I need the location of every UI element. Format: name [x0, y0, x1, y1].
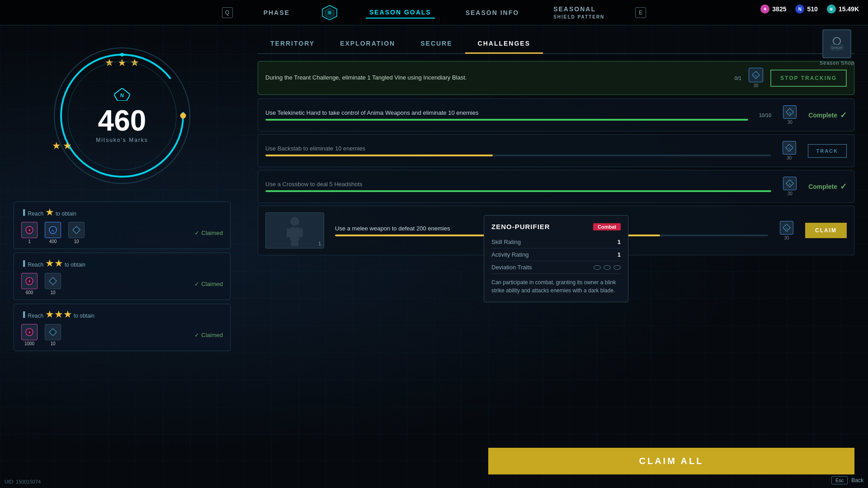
- complete-button-2[interactable]: Complete ✓: [808, 182, 847, 192]
- nav-seasonal[interactable]: SEASONAL SHIELD PATTERN: [550, 4, 608, 22]
- reward-item-7: 10: [45, 324, 61, 346]
- reward-item-5: 10: [45, 273, 61, 295]
- challenge-reward-icon-3: N: [783, 177, 797, 190]
- svg-text:N: N: [789, 183, 791, 186]
- pink-currency-icon: ✦: [760, 5, 769, 14]
- complete-label-2: Complete: [808, 183, 837, 190]
- track-button-1[interactable]: TRACK: [808, 144, 847, 158]
- milestone-rewards-3: ✦ 1000 10 ✓ Claimed: [21, 324, 223, 346]
- challenge-reward-1: N 30: [778, 105, 801, 125]
- reward-count-1: 1: [28, 239, 31, 244]
- svg-point-3: [833, 38, 840, 45]
- nav-phase[interactable]: PHASE: [260, 7, 293, 18]
- challenge-reward-icon-1: N: [783, 105, 797, 119]
- tooltip-header: ZENO-PURIFIER Combat: [491, 223, 621, 230]
- svg-text:N: N: [785, 227, 788, 230]
- stop-tracking-button[interactable]: STOP TRACKING: [770, 70, 847, 87]
- tab-territory[interactable]: TERRITORY: [258, 34, 327, 54]
- right-panel: TERRITORY EXPLORATION SECURE CHALLENGES …: [244, 25, 868, 488]
- challenge-reward-num-4: 30: [784, 235, 789, 240]
- milestone-header-2: ▐ Reach ★★ to obtain: [21, 258, 223, 269]
- svg-text:N: N: [755, 74, 757, 78]
- tracking-reward: N 30: [749, 68, 763, 88]
- phase-key[interactable]: Q: [222, 7, 233, 18]
- currency-bar: ✦ 3825 N 510 ⊞ 15.49K: [760, 5, 859, 14]
- svg-rect-36: [291, 241, 295, 246]
- skill-rating-value: 1: [618, 239, 621, 245]
- milestone-row-3: ▐ Reach ★★★ to obtain ✦ 1000 10 ✓: [14, 304, 231, 351]
- tab-secure[interactable]: SECURE: [408, 34, 465, 54]
- tracking-reward-count: 30: [754, 83, 759, 88]
- season-shop-label: Season Shop: [820, 60, 854, 66]
- svg-rect-33: [290, 227, 299, 241]
- left-panel: ★ ★ ★ ★ ★ N: [0, 25, 244, 488]
- challenge-title-3: Use a Crossbow to deal 5 Headshots: [265, 181, 771, 188]
- challenge-fill-1: [265, 119, 748, 121]
- challenge-fill-2: [265, 155, 493, 156]
- challenge-image-counter: 1: [318, 241, 321, 246]
- tooltip-popup: ZENO-PURIFIER Combat Skill Rating 1 Acti…: [484, 215, 628, 302]
- skill-rating-label: Skill Rating: [491, 239, 521, 245]
- reward-icon-pink-1: ✦: [21, 222, 38, 238]
- challenge-reward-num-3: 30: [788, 191, 793, 196]
- challenge-reward-num-1: 30: [788, 120, 793, 125]
- e-key[interactable]: E: [635, 7, 646, 18]
- tooltip-skill-rating: Skill Rating 1: [491, 236, 621, 249]
- esc-key[interactable]: Esc: [831, 476, 848, 484]
- pink-currency-amount: 3825: [772, 5, 786, 13]
- milestone-header-1: ▐ Reach ★ to obtain: [21, 206, 223, 218]
- reward-item-6: ✦ 1000: [21, 324, 38, 346]
- svg-marker-20: [49, 277, 57, 285]
- challenge-info-3: Use a Crossbow to deal 5 Headshots: [265, 181, 771, 192]
- claimed-badge-3: ✓ Claimed: [194, 332, 223, 338]
- reward-icon-shards-3: [45, 324, 61, 340]
- nav-season-info[interactable]: SEASON INFO: [462, 7, 523, 18]
- challenge-reward-icon-4: N: [780, 221, 793, 235]
- reward-icon-blue-1: N: [45, 222, 61, 238]
- reward-count-6: 1000: [24, 341, 34, 346]
- trait-eye-1: [594, 265, 601, 270]
- season-shop-button[interactable]: SHOP Season Shop: [820, 29, 854, 66]
- milestone-row-1: ▐ Reach ★ to obtain ✦ 1 N 400: [14, 202, 231, 249]
- claimed-badge-2: ✓ Claimed: [194, 281, 223, 287]
- svg-text:N: N: [788, 147, 790, 150]
- milestone-rewards-2: ✦ 600 10 ✓ Claimed: [21, 273, 223, 295]
- logo-mark: N: [114, 88, 130, 103]
- activity-rating-value: 1: [618, 251, 621, 258]
- challenge-row-3: Use a Crossbow to deal 5 Headshots N 30 …: [258, 170, 854, 203]
- challenge-info-1: Use Telekinetic Hand to take control of …: [265, 109, 748, 121]
- reward-icon-pink-2: ✦: [21, 273, 38, 289]
- svg-rect-35: [299, 228, 303, 237]
- challenge-progress-bar-2: [265, 155, 771, 156]
- svg-rect-37: [295, 241, 298, 246]
- trait-eye-3: [613, 265, 621, 270]
- combat-badge: Combat: [593, 223, 621, 230]
- tab-challenges[interactable]: CHALLENGES: [465, 34, 543, 54]
- svg-text:SHOP: SHOP: [831, 46, 843, 50]
- nav-season-goals[interactable]: SEASON GOALS: [366, 7, 435, 19]
- tracking-progress: 0/1: [735, 75, 741, 81]
- svg-marker-17: [73, 226, 80, 234]
- challenge-reward-icon-2: N: [783, 141, 796, 155]
- reward-icon-shards-1: [68, 222, 85, 238]
- gauge-center: N 460 Mitsuko's Marks: [50, 43, 194, 188]
- trait-eyes: [594, 265, 621, 270]
- challenge-reward-3: N 30: [778, 177, 801, 196]
- trait-eye-2: [604, 265, 611, 270]
- uid-display: UID: 150015074: [5, 479, 41, 484]
- milestone-row-2: ▐ Reach ★★ to obtain ✦ 600 10 ✓: [14, 253, 231, 300]
- tracking-challenge-text: During the Treant Challenge, eliminate 1…: [265, 74, 727, 82]
- tab-exploration[interactable]: EXPLORATION: [327, 34, 408, 54]
- green-currency-amount: 15.49K: [839, 5, 859, 13]
- svg-text:N: N: [789, 111, 791, 114]
- blue-currency: N 510: [795, 5, 817, 14]
- deviation-traits-label: Deviation Traits: [491, 264, 532, 271]
- svg-text:✦: ✦: [28, 279, 31, 284]
- svg-point-32: [290, 217, 299, 226]
- complete-button-1[interactable]: Complete ✓: [808, 110, 847, 120]
- reward-item-4: ✦ 600: [21, 273, 38, 295]
- reward-count-2: 400: [49, 239, 57, 244]
- milestone-rewards-1: ✦ 1 N 400 10 ✓ C: [21, 222, 223, 244]
- claim-all-button[interactable]: CLAIM ALL: [488, 448, 854, 474]
- claim-button-1[interactable]: CLAIM: [805, 223, 847, 238]
